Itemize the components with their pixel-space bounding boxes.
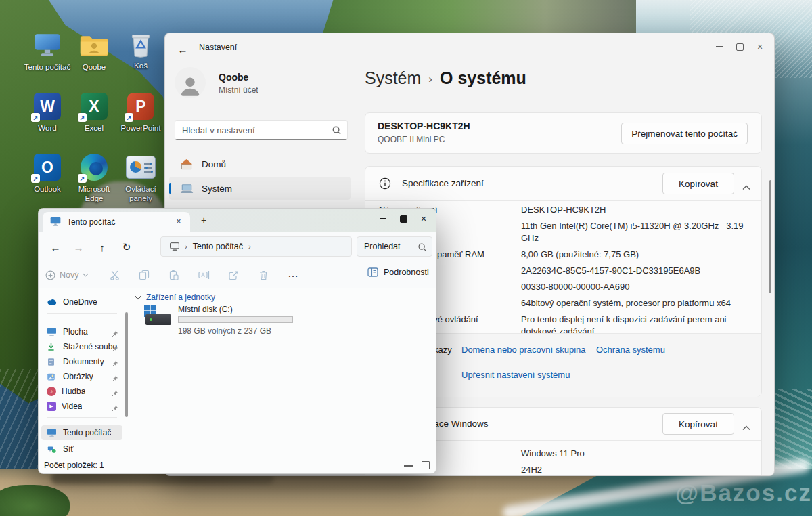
- plus-circle-icon: [45, 270, 55, 280]
- explorer-sidebar: OneDrive Plocha Stažené soubo: [39, 288, 128, 458]
- desktop-icon-label: Tento počítač: [22, 62, 73, 72]
- sidebar-item-downloads[interactable]: Stažené soubo: [41, 339, 122, 354]
- desktop-icon-qoobe[interactable]: Qoobe: [68, 31, 120, 72]
- shortcut-arrow-icon: ↗: [31, 113, 40, 122]
- sidebar-item-desktop[interactable]: Plocha: [41, 324, 122, 339]
- desktop-icon-recycle-bin[interactable]: Koš: [115, 30, 166, 70]
- desktop-folder-icon: [47, 328, 58, 337]
- close-button[interactable]: ×: [413, 211, 434, 227]
- details-view-button[interactable]: Podrobnosti: [367, 267, 429, 277]
- shortcut-arrow-icon: ↗: [125, 113, 133, 122]
- sidebar-item-pictures[interactable]: Obrázky: [41, 369, 122, 384]
- maximize-button[interactable]: [729, 39, 750, 55]
- settings-search-box[interactable]: [175, 120, 348, 140]
- settings-search-input[interactable]: [182, 121, 328, 139]
- forward-button[interactable]: →: [70, 239, 87, 255]
- minimize-button[interactable]: [709, 39, 729, 55]
- pin-icon: [112, 387, 118, 400]
- desktop-icon-this-pc[interactable]: Tento počítač: [22, 31, 73, 72]
- sidebar-item-documents[interactable]: Dokumenty: [41, 354, 122, 369]
- details-icon: [367, 267, 378, 277]
- recycle-bin-icon: [126, 30, 156, 58]
- large-icons-view-toggle-icon[interactable]: [422, 461, 430, 469]
- document-icon: [47, 358, 58, 366]
- explorer-search-box[interactable]: [357, 236, 432, 257]
- minimize-button[interactable]: [373, 211, 393, 227]
- sidebar-item-this-pc[interactable]: Tento počítač: [41, 425, 122, 440]
- control-panel-icon: [126, 153, 156, 181]
- new-tab-button[interactable]: +: [197, 213, 210, 227]
- pin-icon: [112, 372, 118, 385]
- address-bar[interactable]: › Tento počítač ›: [160, 236, 352, 257]
- up-button[interactable]: ↑: [93, 239, 111, 255]
- shortcut-arrow-icon: ↗: [31, 174, 40, 183]
- copy-button[interactable]: Kopírovat: [662, 173, 734, 194]
- explorer-tab-bar[interactable]: Tento počítač × + ×: [39, 209, 436, 232]
- word-letter: W: [40, 98, 55, 116]
- wallpaper-bush: [0, 485, 70, 516]
- copy-icon[interactable]: [137, 268, 151, 282]
- group-header[interactable]: Zařízení a jednotky: [135, 293, 215, 302]
- group-header-label: Zařízení a jednotky: [146, 293, 215, 302]
- person-icon: [177, 72, 204, 98]
- share-icon[interactable]: [227, 268, 240, 282]
- explorer-tab[interactable]: Tento počítač ×: [43, 212, 190, 232]
- page-title: O systému: [440, 68, 526, 88]
- advanced-system-settings-link[interactable]: Upřesnit nastavení systému: [461, 370, 570, 380]
- refresh-button[interactable]: ↻: [118, 239, 135, 255]
- settings-scrollbar[interactable]: [769, 180, 771, 293]
- shortcut-arrow-icon: ↗: [78, 174, 87, 183]
- maximize-button[interactable]: [393, 211, 413, 227]
- close-button[interactable]: ×: [750, 39, 770, 55]
- desktop-icon-word[interactable]: W ↗ Word: [22, 92, 73, 133]
- sidebar-item-videos[interactable]: ▶ Videa: [41, 399, 122, 414]
- device-specs-header[interactable]: Specifikace zařízení Kopírovat: [365, 167, 761, 200]
- new-button-label: Nový: [60, 270, 78, 280]
- paste-icon[interactable]: [167, 268, 181, 282]
- picture-icon: [47, 372, 58, 381]
- system-protection-link[interactable]: Ochrana systému: [596, 345, 665, 355]
- wallpaper-foam-right: [771, 389, 812, 481]
- word-icon: W ↗: [32, 92, 62, 121]
- sidebar-scrollbar[interactable]: [125, 312, 128, 417]
- sidebar-item-network[interactable]: Síť: [41, 442, 122, 456]
- explorer-search-input[interactable]: [364, 238, 413, 255]
- sidebar-item-system[interactable]: Systém: [169, 177, 351, 200]
- desktop-icon-powerpoint[interactable]: P ↗ PowerPoint: [115, 92, 166, 133]
- delete-icon[interactable]: [256, 268, 270, 282]
- explorer-content: Zařízení a jednotky Místní disk (C:) 198…: [133, 288, 436, 458]
- desktop-icon-label: Outlook: [22, 184, 73, 194]
- outlook-icon: O ↗: [32, 153, 62, 181]
- rename-pc-button[interactable]: Přejmenovat tento počítač: [621, 123, 748, 144]
- sidebar-item-home[interactable]: Domů: [169, 152, 351, 175]
- tab-title: Tento počítač: [67, 217, 115, 227]
- search-icon: [332, 125, 342, 138]
- desktop-icon-control-panel[interactable]: Ovládací panely: [115, 153, 166, 203]
- sidebar-item-music[interactable]: ♪ Hudba: [41, 384, 122, 399]
- new-button[interactable]: Nový: [45, 267, 89, 283]
- back-button[interactable]: ←: [47, 239, 64, 255]
- tab-close-icon[interactable]: ×: [173, 216, 184, 227]
- chevron-up-icon[interactable]: [742, 181, 750, 193]
- address-crumb[interactable]: Tento počítač: [193, 242, 243, 251]
- breadcrumb-parent[interactable]: Systém: [365, 68, 421, 88]
- desktop-icon-excel[interactable]: X ↗ Excel: [68, 92, 120, 133]
- desktop-icon-edge[interactable]: ↗ Microsoft Edge: [68, 153, 120, 203]
- drive-usage-bar: [178, 316, 293, 323]
- sidebar-item-onedrive[interactable]: OneDrive: [41, 295, 122, 309]
- cut-icon[interactable]: [108, 268, 121, 282]
- chevron-down-icon: [83, 273, 89, 277]
- chevron-up-icon[interactable]: [742, 421, 750, 433]
- user-avatar[interactable]: [175, 67, 206, 98]
- copy-button[interactable]: Kopírovat: [662, 413, 734, 435]
- back-button[interactable]: ←: [173, 41, 192, 58]
- domain-workgroup-link[interactable]: Doména nebo pracovní skupina: [461, 345, 586, 355]
- desktop-icon-outlook[interactable]: O ↗ Outlook: [22, 153, 73, 194]
- rename-icon[interactable]: [197, 268, 210, 282]
- more-options-button[interactable]: …: [285, 265, 301, 282]
- list-view-toggle-icon[interactable]: [404, 463, 413, 469]
- settings-window-title: Nastavení: [199, 43, 237, 52]
- this-pc-icon: [50, 217, 61, 227]
- settings-window-controls: ×: [709, 39, 770, 55]
- section-title: Specifikace zařízení: [402, 178, 484, 188]
